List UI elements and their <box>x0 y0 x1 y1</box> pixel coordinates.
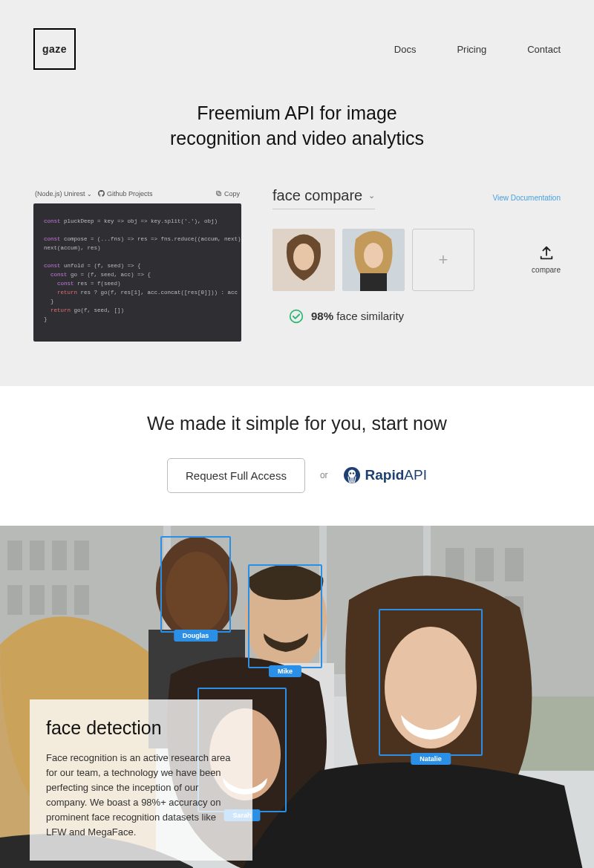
svg-point-7 <box>364 243 383 268</box>
copy-button[interactable]: Copy <box>215 190 240 198</box>
svg-rect-29 <box>475 548 494 581</box>
thumbnails-row: + compare <box>272 229 561 291</box>
lang-label: (Node.js) Unirest <box>35 190 85 198</box>
face-detection-card: face detection Face recognition is an ac… <box>30 699 252 861</box>
compare-action-label: compare <box>532 266 561 274</box>
face-detection-hero: DouglasMikeNatalieSarah face detection F… <box>0 526 594 869</box>
rapidapi-icon <box>343 466 361 484</box>
face-box-mike: Mike <box>248 564 322 668</box>
request-access-button[interactable]: Request Full Access <box>167 458 305 493</box>
svg-point-11 <box>348 470 356 478</box>
svg-point-12 <box>349 472 350 474</box>
logo[interactable]: gaze <box>33 28 76 70</box>
face-thumb-2[interactable] <box>342 229 405 291</box>
github-label: Github Projects <box>107 190 153 198</box>
hero-title: Freemium API for image recognition and v… <box>33 101 561 151</box>
lang-selector[interactable]: (Node.js) Unirest ⌄ <box>35 190 92 198</box>
cta-row: Request Full Access or RapidAPI <box>0 458 594 493</box>
hero-title-line2: recognition and video analytics <box>170 128 424 149</box>
svg-point-9 <box>290 310 303 322</box>
github-projects-link[interactable]: Github Projects <box>98 190 153 198</box>
similarity-result: 98% face similarity <box>289 309 561 324</box>
similarity-pct: 98% <box>311 310 333 322</box>
copy-label: Copy <box>224 190 240 198</box>
similarity-text: 98% face similarity <box>311 310 404 322</box>
compare-head: face compare ⌄ View Documentation <box>272 187 561 215</box>
card-title: face detection <box>46 717 236 739</box>
face-label: Natalie <box>411 753 451 765</box>
svg-rect-21 <box>30 541 45 570</box>
upload-icon <box>538 245 555 261</box>
svg-rect-23 <box>74 541 89 570</box>
nav-link-docs[interactable]: Docs <box>394 44 417 55</box>
cta-section: We made it simple for you, start now Req… <box>0 386 594 526</box>
svg-rect-30 <box>505 548 523 581</box>
svg-rect-8 <box>360 273 387 291</box>
cta-heading: We made it simple for you, start now <box>0 413 594 434</box>
face-label: Douglas <box>174 630 218 642</box>
github-icon <box>98 190 105 197</box>
view-documentation-link[interactable]: View Documentation <box>492 194 561 202</box>
compare-dropdown[interactable]: face compare ⌄ <box>272 187 375 209</box>
hero-section: gaze Docs Pricing Contact Freemium API f… <box>0 0 594 386</box>
svg-rect-0 <box>218 192 221 196</box>
face-thumb-1[interactable] <box>272 229 335 291</box>
nav-link-pricing[interactable]: Pricing <box>457 44 486 55</box>
svg-point-4 <box>293 244 314 270</box>
svg-rect-28 <box>446 548 464 581</box>
svg-point-13 <box>352 472 353 474</box>
svg-rect-24 <box>7 585 22 615</box>
similarity-label: face similarity <box>336 310 404 322</box>
or-separator: or <box>320 470 328 480</box>
face-box-natalie: Natalie <box>379 609 483 756</box>
compare-button[interactable]: compare <box>532 245 561 274</box>
nav-links: Docs Pricing Contact <box>394 44 561 55</box>
svg-rect-26 <box>52 585 67 615</box>
svg-rect-27 <box>74 585 89 615</box>
top-nav: gaze Docs Pricing Contact <box>33 28 561 70</box>
svg-rect-20 <box>7 541 22 570</box>
hero-title-line1: Freemium API for image <box>197 102 397 123</box>
svg-rect-22 <box>52 541 67 570</box>
code-toolbar: (Node.js) Unirest ⌄ Github Projects Copy <box>33 187 241 203</box>
face-box-douglas: Douglas <box>160 536 231 633</box>
add-image-button[interactable]: + <box>412 229 474 291</box>
compare-panel: face compare ⌄ View Documentation + comp… <box>272 187 561 324</box>
face-label: Mike <box>269 665 301 677</box>
rapidapi-link[interactable]: RapidAPI <box>343 466 427 484</box>
card-body: Face recognition is an active research a… <box>46 751 236 841</box>
chevron-down-icon: ⌄ <box>368 191 375 200</box>
demo-row: (Node.js) Unirest ⌄ Github Projects Copy… <box>33 187 561 342</box>
compare-title-text: face compare <box>272 187 362 204</box>
svg-rect-1 <box>216 192 220 195</box>
rapid-brand: RapidAPI <box>365 467 427 483</box>
copy-icon <box>215 190 222 197</box>
svg-rect-25 <box>30 585 45 615</box>
code-block: const pluckDeep = key => obj => key.spli… <box>33 203 241 342</box>
nav-link-contact[interactable]: Contact <box>527 44 561 55</box>
chevron-down-icon: ⌄ <box>87 191 92 198</box>
check-circle-icon <box>289 309 304 324</box>
code-panel: (Node.js) Unirest ⌄ Github Projects Copy… <box>33 187 241 342</box>
